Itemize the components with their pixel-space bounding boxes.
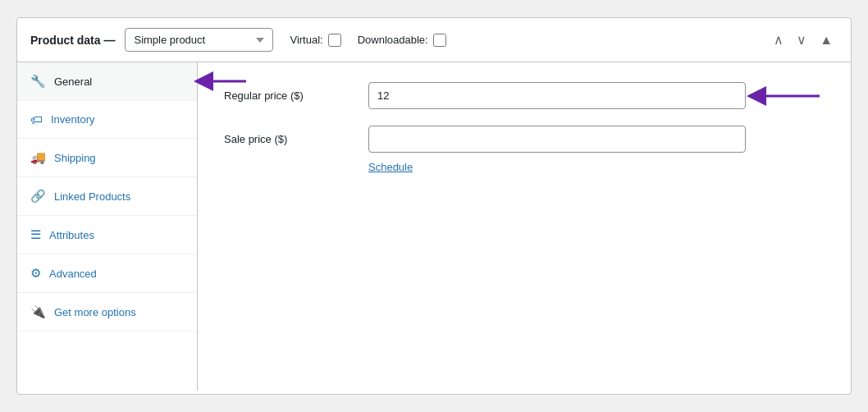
sale-price-row: Sale price ($)	[224, 126, 825, 153]
sidebar-item-advanced[interactable]: ⚙ Advanced	[17, 254, 197, 293]
plugin-icon: 🔌	[30, 304, 46, 319]
sidebar-label-shipping: Shipping	[54, 152, 96, 164]
downloadable-checkbox[interactable]	[433, 34, 446, 47]
sidebar-item-general[interactable]: 🔧 General	[17, 62, 197, 101]
sidebar-item-attributes[interactable]: ☰ Attributes	[17, 216, 197, 254]
sidebar-item-linked-products[interactable]: 🔗 Linked Products	[17, 177, 197, 216]
sidebar-label-advanced: Advanced	[49, 268, 97, 280]
virtual-label: Virtual:	[290, 34, 322, 46]
downloadable-label: Downloadable:	[358, 34, 428, 46]
regular-price-row: Regular price ($)	[224, 82, 825, 109]
list-icon: ☰	[30, 227, 41, 242]
product-data-body: 🔧 General 🏷 Inventory 🚚 Ship	[17, 62, 851, 391]
link-icon: 🔗	[30, 189, 46, 204]
main-content-area: Regular price ($)	[198, 62, 851, 391]
product-data-box: Product data — Simple product Variable p…	[16, 17, 852, 395]
gear-icon: ⚙	[30, 266, 41, 281]
product-type-select[interactable]: Simple product Variable product Grouped …	[125, 28, 273, 52]
collapse-down-button[interactable]: ∨	[792, 30, 811, 50]
sidebar-label-linked-products: Linked Products	[54, 190, 130, 203]
arrow-price	[742, 81, 820, 111]
truck-icon: 🚚	[30, 150, 46, 165]
downloadable-checkbox-label[interactable]: Downloadable:	[358, 34, 446, 47]
collapse-up-button[interactable]: ∧	[769, 30, 788, 50]
regular-price-input[interactable]	[368, 82, 746, 109]
schedule-link[interactable]: Schedule	[368, 161, 825, 173]
tag-icon: 🏷	[30, 112, 43, 126]
header-checkboxes: Virtual: Downloadable:	[290, 34, 445, 47]
sale-price-input[interactable]	[368, 126, 746, 153]
sidebar-label-attributes: Attributes	[49, 229, 94, 241]
sidebar-item-inventory[interactable]: 🏷 Inventory	[17, 101, 197, 139]
schedule-link-wrapper: Schedule	[224, 161, 825, 173]
sidebar-label-get-more-options: Get more options	[54, 306, 136, 318]
sidebar: 🔧 General 🏷 Inventory 🚚 Ship	[17, 62, 198, 391]
virtual-checkbox[interactable]	[328, 34, 341, 47]
expand-button[interactable]: ▲	[815, 30, 838, 50]
regular-price-label: Regular price ($)	[224, 89, 355, 102]
sidebar-label-inventory: Inventory	[51, 113, 94, 126]
product-data-title: Product data —	[30, 34, 115, 47]
header-controls: ∧ ∨ ▲	[769, 30, 838, 50]
sale-price-label: Sale price ($)	[224, 133, 355, 145]
sidebar-item-shipping[interactable]: 🚚 Shipping	[17, 139, 197, 177]
sidebar-label-general: General	[54, 76, 92, 88]
sidebar-item-get-more-options[interactable]: 🔌 Get more options	[17, 293, 197, 332]
virtual-checkbox-label[interactable]: Virtual:	[290, 34, 340, 47]
main-content: Regular price ($)	[198, 62, 851, 193]
wrench-icon: 🔧	[30, 74, 46, 89]
product-data-header: Product data — Simple product Variable p…	[17, 18, 851, 62]
